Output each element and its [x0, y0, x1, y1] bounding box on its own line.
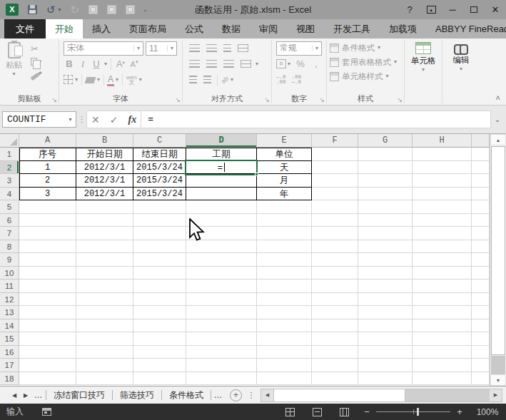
cell-B10[interactable] — [76, 267, 133, 280]
minimize-button[interactable]: ─ — [442, 0, 463, 19]
styles-dialog-launcher-icon[interactable]: ↘ — [397, 97, 403, 103]
ribbon-tab-开发工具[interactable]: 开发工具 — [324, 19, 380, 39]
cell-D8[interactable] — [186, 240, 257, 254]
cell-C15[interactable] — [133, 332, 186, 346]
cell-F18[interactable] — [312, 372, 358, 386]
vertical-scroll-thumb[interactable] — [491, 146, 505, 355]
cell-x10[interactable] — [472, 267, 490, 280]
cell-B7[interactable] — [76, 227, 133, 240]
cell-B13[interactable] — [76, 306, 133, 319]
cell-C11[interactable] — [133, 280, 186, 293]
cell-B18[interactable] — [76, 372, 133, 386]
cell-B8[interactable] — [76, 240, 133, 254]
cell-C3[interactable]: 2015/3/24 — [133, 174, 186, 188]
cell-C1[interactable]: 结束日期 — [133, 148, 186, 161]
cell-C9[interactable] — [133, 253, 186, 267]
cell-A9[interactable] — [19, 253, 76, 267]
cell-A6[interactable] — [19, 214, 76, 227]
cell-G11[interactable] — [358, 280, 413, 293]
ribbon-tab-视图[interactable]: 视图 — [287, 19, 324, 39]
cell-x13[interactable] — [472, 306, 490, 319]
cell-A7[interactable] — [19, 227, 76, 240]
cell-D10[interactable] — [186, 267, 257, 280]
cell-D4[interactable] — [186, 188, 257, 201]
row-header-14[interactable]: 14 — [0, 319, 19, 333]
row-header-17[interactable]: 17 — [0, 359, 19, 372]
cell-G12[interactable] — [358, 293, 413, 307]
new-sheet-button[interactable]: + — [230, 389, 242, 401]
zoom-slider[interactable] — [376, 411, 450, 412]
cell-x18[interactable] — [472, 372, 490, 386]
cell-x7[interactable] — [472, 227, 490, 240]
cell-B2[interactable]: 2012/3/1 — [76, 161, 133, 175]
normal-view-button[interactable] — [276, 408, 303, 416]
cell-F10[interactable] — [312, 267, 358, 280]
cell-A2[interactable]: 1 — [19, 161, 76, 175]
cell-G1[interactable] — [358, 148, 413, 161]
cell-x16[interactable] — [472, 346, 490, 359]
cell-D9[interactable] — [186, 253, 257, 267]
scroll-up-icon[interactable]: ▲ — [490, 134, 506, 145]
cell-D11[interactable] — [186, 280, 257, 293]
cell-B3[interactable]: 2012/3/1 — [76, 174, 133, 188]
cell-H18[interactable] — [413, 372, 472, 386]
cell-E3[interactable]: 月 — [257, 174, 312, 188]
zoom-out-button[interactable]: − — [358, 406, 376, 417]
cell-H3[interactable] — [413, 174, 472, 188]
cell-F17[interactable] — [312, 359, 358, 372]
row-header-8[interactable]: 8 — [0, 240, 19, 254]
row-header-10[interactable]: 10 — [0, 267, 19, 280]
row-header-7[interactable]: 7 — [0, 227, 19, 240]
page-break-view-button[interactable] — [330, 408, 358, 416]
cell-G8[interactable] — [358, 240, 413, 254]
cell-F12[interactable] — [312, 293, 358, 307]
cell-F9[interactable] — [312, 253, 358, 267]
cell-E12[interactable] — [257, 293, 312, 307]
sheet-bar-options-icon[interactable]: ⋮ — [246, 391, 256, 400]
cell-G6[interactable] — [358, 214, 413, 227]
column-header-B[interactable]: B — [76, 134, 133, 148]
cell-C2[interactable]: 2015/3/24 — [133, 161, 186, 175]
zoom-in-button[interactable]: + — [450, 406, 469, 417]
cell-E18[interactable] — [257, 372, 312, 386]
row-header-6[interactable]: 6 — [0, 214, 19, 227]
cell-E6[interactable] — [257, 214, 312, 227]
cell-A18[interactable] — [19, 372, 76, 386]
horizontal-scrollbar[interactable]: ◀ ▶ — [260, 389, 502, 402]
cell-G14[interactable] — [358, 319, 413, 333]
row-header-16[interactable]: 16 — [0, 346, 19, 359]
cell-F1[interactable] — [312, 148, 358, 161]
cell-B15[interactable] — [76, 332, 133, 346]
cell-F5[interactable] — [312, 200, 358, 214]
editing-button[interactable]: 编辑 ▾ — [445, 41, 477, 73]
undo-icon[interactable]: ↺ — [46, 4, 56, 15]
cell-E8[interactable] — [257, 240, 312, 254]
cell-H11[interactable] — [413, 280, 472, 293]
cell-H9[interactable] — [413, 253, 472, 267]
cell-C16[interactable] — [133, 346, 186, 359]
cell-B11[interactable] — [76, 280, 133, 293]
column-header-A[interactable]: A — [19, 134, 76, 148]
cell-D3[interactable] — [186, 174, 257, 188]
sheet-tab-冻结窗口技巧[interactable]: 冻结窗口技巧 — [46, 386, 112, 404]
clipboard-dialog-launcher-icon[interactable]: ↘ — [51, 97, 57, 103]
column-header-E[interactable]: E — [257, 134, 312, 148]
cell-D15[interactable] — [186, 332, 257, 346]
cell-E13[interactable] — [257, 306, 312, 319]
help-button[interactable]: ? — [399, 0, 420, 19]
horizontal-scroll-track[interactable] — [405, 389, 490, 401]
cell-C12[interactable] — [133, 293, 186, 307]
cell-B16[interactable] — [76, 346, 133, 359]
cell-F6[interactable] — [312, 214, 358, 227]
cell-C10[interactable] — [133, 267, 186, 280]
cell-x12[interactable] — [472, 293, 490, 307]
cell-G16[interactable] — [358, 346, 413, 359]
cell-B17[interactable] — [76, 359, 133, 372]
formula-input[interactable]: = — [141, 111, 491, 128]
macro-record-icon[interactable] — [42, 408, 51, 416]
scroll-left-icon[interactable]: ◀ — [261, 389, 273, 401]
cell-x5[interactable] — [472, 200, 490, 214]
cell-H16[interactable] — [413, 346, 472, 359]
cell-E15[interactable] — [257, 332, 312, 346]
excel-logo-icon[interactable]: X — [6, 4, 19, 16]
